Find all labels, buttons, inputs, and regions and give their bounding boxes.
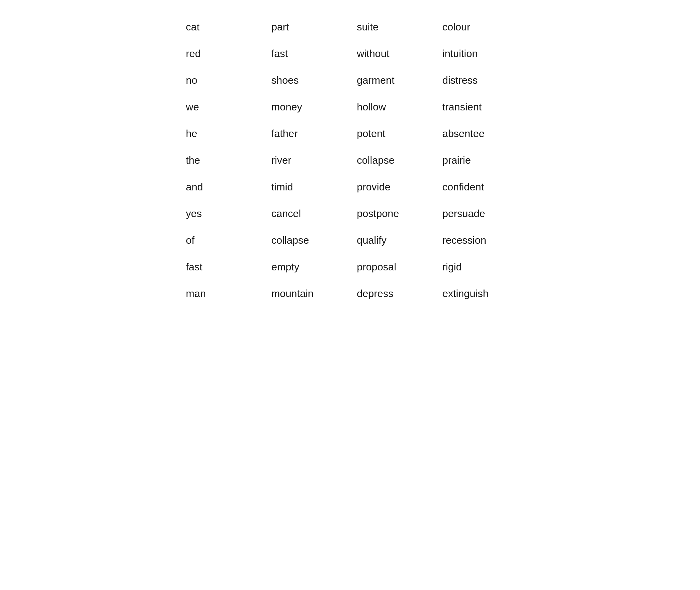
word-cell: persuade: [436, 200, 521, 227]
word-cell: extinguish: [436, 280, 521, 307]
word-cell: and: [179, 174, 265, 200]
word-cell: proposal: [350, 254, 436, 280]
word-cell: money: [265, 94, 350, 120]
word-cell: suite: [350, 14, 436, 40]
word-cell: without: [350, 40, 436, 67]
word-cell: rigid: [436, 254, 521, 280]
word-cell: prairie: [436, 147, 521, 174]
word-cell: river: [265, 147, 350, 174]
word-cell: absentee: [436, 120, 521, 147]
word-cell: potent: [350, 120, 436, 147]
word-grid: catpartsuitecolourredfastwithoutintuitio…: [179, 14, 521, 307]
word-cell: we: [179, 94, 265, 120]
word-cell: shoes: [265, 67, 350, 94]
word-cell: provide: [350, 174, 436, 200]
word-cell: fast: [179, 254, 265, 280]
word-cell: recession: [436, 227, 521, 254]
word-cell: collapse: [350, 147, 436, 174]
word-cell: fast: [265, 40, 350, 67]
word-cell: part: [265, 14, 350, 40]
word-cell: confident: [436, 174, 521, 200]
word-cell: mountain: [265, 280, 350, 307]
word-cell: postpone: [350, 200, 436, 227]
word-cell: the: [179, 147, 265, 174]
word-cell: hollow: [350, 94, 436, 120]
word-cell: depress: [350, 280, 436, 307]
word-cell: cancel: [265, 200, 350, 227]
word-cell: qualify: [350, 227, 436, 254]
word-cell: intuition: [436, 40, 521, 67]
word-cell: red: [179, 40, 265, 67]
word-cell: yes: [179, 200, 265, 227]
word-cell: man: [179, 280, 265, 307]
word-cell: colour: [436, 14, 521, 40]
word-cell: of: [179, 227, 265, 254]
word-cell: father: [265, 120, 350, 147]
word-cell: empty: [265, 254, 350, 280]
word-cell: cat: [179, 14, 265, 40]
word-cell: garment: [350, 67, 436, 94]
word-cell: no: [179, 67, 265, 94]
word-cell: transient: [436, 94, 521, 120]
word-cell: collapse: [265, 227, 350, 254]
word-cell: timid: [265, 174, 350, 200]
word-cell: he: [179, 120, 265, 147]
word-cell: distress: [436, 67, 521, 94]
